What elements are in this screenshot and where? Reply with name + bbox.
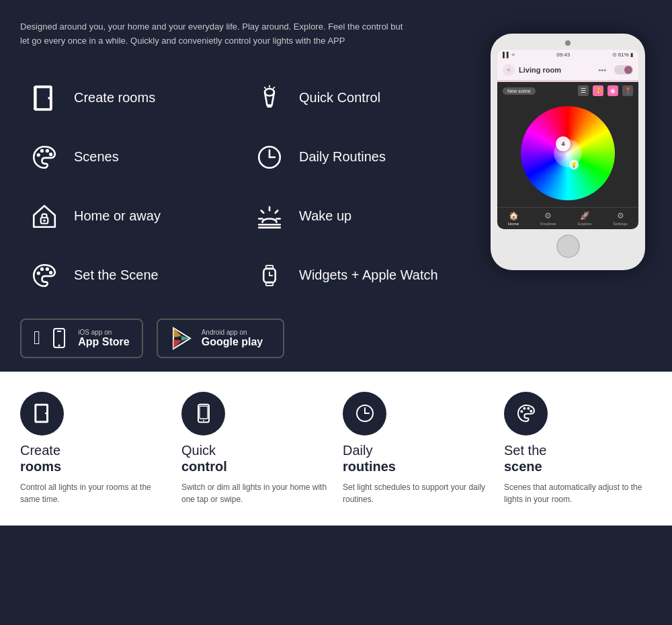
phone-screen: ▌▌ ≈ 09:43 ⊙ 61% ▮ < Living room ••• New…	[497, 50, 638, 229]
phone-toolbar: New scene ☰ 🎨 ◉ 📍	[497, 82, 638, 99]
nav-settings[interactable]: ⚙ Settings	[613, 211, 628, 226]
bottom-section: Create rooms Control all lights in your …	[0, 372, 672, 526]
palette-view-icon[interactable]: 🎨	[593, 85, 603, 96]
home-button[interactable]	[556, 235, 580, 258]
svg-point-2	[48, 97, 50, 99]
pin-icon[interactable]: 📍	[622, 85, 633, 96]
clock-icon	[252, 140, 287, 175]
svg-point-27	[46, 267, 49, 270]
palette-icon	[27, 140, 62, 175]
svg-point-52	[527, 407, 530, 410]
bottom-create-rooms-title: Create rooms	[20, 442, 61, 474]
routines-nav-label: Routines	[540, 222, 556, 226]
android-store-name: Google play	[202, 336, 263, 348]
feature-wake-up-label: Wake up	[299, 208, 351, 224]
svg-point-53	[530, 410, 532, 413]
ios-phone-icon	[48, 327, 70, 349]
home-lock-icon	[27, 199, 62, 234]
bottom-feature-set-scene: Set the scene Scenes that automatically …	[504, 392, 652, 505]
status-bar: ▌▌ ≈ 09:43 ⊙ 61% ▮	[497, 50, 638, 60]
color-wheel-icon[interactable]: ◉	[607, 85, 618, 96]
svg-point-26	[40, 267, 44, 270]
android-google-play-button[interactable]: Android app on Google play	[157, 319, 284, 358]
bottom-set-scene-title: Set the scene	[504, 442, 546, 474]
feature-wake-up: Wake up	[245, 187, 470, 246]
ios-store-sub: iOS app on	[78, 329, 129, 336]
top-section: Designed around you, your home and your …	[0, 0, 672, 372]
room-title: Living room	[519, 66, 594, 74]
bottom-feature-create-rooms: Create rooms Control all lights in your …	[20, 392, 168, 505]
feature-quick-control: Quick Control	[245, 69, 470, 128]
nav-home[interactable]: 🏠 Home	[508, 211, 519, 226]
signal-icons: ▌▌ ≈	[503, 52, 515, 58]
feature-scenes: Scenes	[20, 128, 245, 187]
explore-nav-label: Explore	[578, 222, 591, 226]
bottom-feature-quick-control: Quick control Switch or dim all lights i…	[181, 392, 329, 505]
svg-rect-30	[266, 265, 274, 269]
android-store-sub: Android app on	[202, 329, 263, 336]
routines-nav-icon: ⚙	[544, 211, 552, 220]
feature-scenes-label: Scenes	[74, 149, 119, 165]
bottom-set-scene-desc: Scenes that automatically adjust to the …	[504, 481, 652, 505]
watch-icon	[252, 258, 287, 293]
feature-set-the-scene-label: Set the Scene	[74, 267, 159, 283]
feature-quick-control-label: Quick Control	[299, 90, 380, 106]
svg-point-46	[203, 420, 204, 421]
room-toggle[interactable]	[614, 65, 633, 75]
feature-home-or-away-label: Home or away	[74, 208, 161, 224]
bottom-daily-routines-title: Daily routines	[343, 442, 396, 474]
svg-point-17	[43, 219, 46, 222]
ios-app-store-button[interactable]:  iOS app on App Store	[20, 319, 143, 358]
new-scene-button[interactable]: New scene	[503, 87, 536, 95]
svg-point-43	[45, 413, 47, 415]
svg-rect-31	[266, 282, 274, 285]
palette2-icon	[27, 258, 62, 293]
phone-header: < Living room •••	[497, 60, 638, 80]
nav-explore[interactable]: 🚀 Explore	[578, 211, 591, 226]
battery-icons: ⊙ 61% ▮	[612, 52, 633, 58]
svg-point-10	[40, 149, 44, 152]
bottom-door-icon	[20, 392, 64, 435]
door-icon	[27, 81, 62, 116]
svg-marker-40	[181, 336, 190, 341]
nav-routines[interactable]: ⚙ Routines	[540, 211, 556, 226]
feature-create-rooms: Create rooms	[20, 69, 245, 128]
home-nav-label: Home	[508, 222, 519, 226]
list-view-icon[interactable]: ☰	[578, 85, 589, 96]
sunrise-icon	[252, 199, 287, 234]
feature-widgets: Widgets + Apple Watch	[245, 246, 470, 305]
svg-rect-5	[267, 105, 272, 108]
color-wheel[interactable]	[521, 106, 615, 200]
feature-create-rooms-label: Create rooms	[74, 90, 155, 106]
app-buttons:  iOS app on App Store	[20, 305, 470, 358]
svg-point-28	[49, 271, 52, 274]
svg-point-12	[49, 153, 52, 156]
bottom-quick-control-title: Quick control	[181, 442, 227, 474]
time-display: 09:43	[556, 52, 570, 58]
torch-icon	[252, 81, 287, 116]
features-grid: Create rooms Quick Control	[20, 69, 470, 305]
ios-app-store-text: iOS app on App Store	[78, 329, 129, 348]
svg-point-25	[37, 271, 40, 274]
svg-line-20	[276, 210, 278, 213]
settings-nav-label: Settings	[613, 222, 628, 226]
bottom-daily-routines-desc: Set light schedules to support your dail…	[343, 481, 491, 505]
svg-point-4	[265, 89, 274, 96]
phone-navigation: 🏠 Home ⚙ Routines 🚀 Explore ⚙ Settings	[497, 207, 638, 229]
feature-daily-routines-label: Daily Routines	[299, 149, 386, 165]
google-play-icon	[170, 327, 194, 350]
google-play-text: Android app on Google play	[202, 329, 263, 348]
svg-point-50	[520, 410, 523, 413]
feature-daily-routines: Daily Routines	[245, 128, 470, 187]
svg-point-9	[37, 153, 40, 156]
feature-home-or-away: Home or away	[20, 187, 245, 246]
light-bulb-marker[interactable]: 💡	[569, 160, 579, 169]
bottom-create-rooms-desc: Control all lights in your rooms at the …	[20, 481, 168, 505]
intro-text: Designed around you, your home and your …	[20, 20, 410, 48]
more-options[interactable]: •••	[598, 66, 606, 74]
settings-nav-icon: ⚙	[617, 211, 624, 220]
back-button[interactable]: <	[503, 64, 515, 76]
light-4-marker[interactable]: 4	[556, 136, 571, 151]
feature-set-the-scene: Set the Scene	[20, 246, 245, 305]
svg-point-36	[58, 345, 60, 347]
